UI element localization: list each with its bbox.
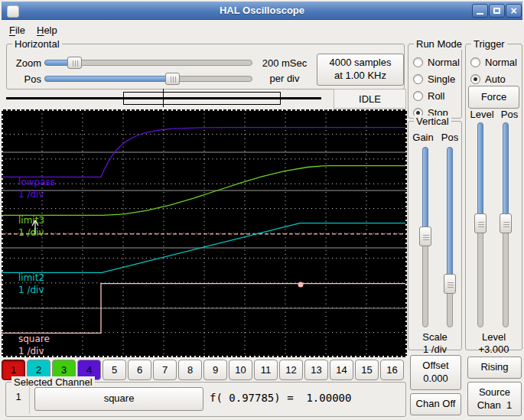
close-button[interactable]: × xyxy=(506,4,522,18)
trigger-level-slider[interactable] xyxy=(474,122,487,327)
trigger-source-button[interactable]: Source Chan 1 xyxy=(467,382,522,416)
run-mode-single-radio[interactable]: Single xyxy=(413,73,455,85)
menubar: File Help xyxy=(2,20,522,38)
channel-button-6[interactable]: 6 xyxy=(128,360,151,380)
radio-icon xyxy=(470,57,480,67)
radio-icon xyxy=(413,57,423,67)
trigger-pos-handle[interactable] xyxy=(500,213,512,233)
pos-slider-label: Pos xyxy=(14,73,41,85)
samples-button[interactable]: 4000 samples at 1.00 KHz xyxy=(317,54,404,86)
vertical-pos-slider-label: Pos xyxy=(438,132,461,143)
radio-icon xyxy=(413,74,423,84)
scope-display[interactable]: lowpass1 /divlimit31 /divlimit21 /divsqu… xyxy=(2,109,407,357)
timebase-per-div: 200 mSec xyxy=(255,56,314,71)
run-mode-roll-radio[interactable]: Roll xyxy=(413,90,444,102)
selected-channel-separator xyxy=(29,386,30,414)
trigger-level-fill xyxy=(477,122,483,223)
svg-text:1 /div: 1 /div xyxy=(18,346,44,357)
svg-text:1 /div: 1 /div xyxy=(18,285,44,295)
trigger-level-column-label: Level xyxy=(467,109,497,120)
run-mode-normal-radio[interactable]: Normal xyxy=(413,56,460,68)
channel-button-12[interactable]: 12 xyxy=(279,360,303,380)
channel-button-5[interactable]: 5 xyxy=(103,360,126,380)
radio-label: Normal xyxy=(485,57,517,68)
svg-text:square: square xyxy=(18,334,50,344)
scale-value: 1 /div xyxy=(408,343,462,355)
scope-canvas[interactable]: lowpass1 /divlimit31 /divlimit21 /divsqu… xyxy=(2,109,407,357)
channel-button-16[interactable]: 16 xyxy=(380,360,404,380)
channel-button-8[interactable]: 8 xyxy=(178,360,202,380)
trigger-level-handle[interactable] xyxy=(474,213,487,233)
force-button[interactable]: Force xyxy=(468,86,519,109)
samples-line2: at 1.00 KHz xyxy=(334,70,386,83)
trigger-source-line2: Chan 1 xyxy=(477,399,513,412)
selected-channel-name: square xyxy=(104,392,135,405)
timebase-readout: 200 mSec per div xyxy=(255,56,314,86)
trigger-source-line1: Source xyxy=(479,386,510,399)
menu-help[interactable]: Help xyxy=(32,23,62,37)
offset-button-line2: 0.000 xyxy=(423,373,448,386)
trigger-pos-slider[interactable] xyxy=(500,122,512,327)
trigger-pos-fill xyxy=(503,122,509,223)
gain-slider-handle[interactable] xyxy=(419,226,431,246)
selected-channel-name-button[interactable]: square xyxy=(34,387,203,411)
timebase-per-div-caption: per div xyxy=(255,71,314,86)
horizontal-frame-label: Horizontal xyxy=(12,38,62,50)
trigger-level-value: +3.000 xyxy=(465,343,522,355)
channel-button-13[interactable]: 13 xyxy=(304,360,328,380)
menu-file[interactable]: File xyxy=(5,23,30,37)
close-icon: × xyxy=(510,5,516,16)
pos-slider-handle[interactable] xyxy=(165,73,180,85)
samples-line1: 4000 samples xyxy=(330,57,392,70)
horizontal-pos-slider[interactable] xyxy=(44,73,252,85)
trigger-normal-radio[interactable]: Normal xyxy=(470,56,517,68)
window-title: HAL Oscilloscope xyxy=(2,5,522,16)
scale-caption: Scale xyxy=(408,331,462,343)
minimize-button[interactable] xyxy=(472,4,488,18)
run-mode-frame-label: Run Mode xyxy=(414,38,464,50)
trigger-level-caption: Level xyxy=(465,331,522,343)
minimize-icon xyxy=(477,13,483,15)
svg-text:1 /div: 1 /div xyxy=(18,189,44,200)
channel-button-15[interactable]: 15 xyxy=(355,360,379,380)
trigger-pos-column-label: Pos xyxy=(499,109,520,120)
maximize-button[interactable] xyxy=(489,4,505,18)
vertical-gain-slider[interactable] xyxy=(419,147,431,327)
horizontal-zoom-slider[interactable] xyxy=(44,57,252,69)
trigger-edge-label: Rising xyxy=(480,361,508,374)
chan-off-label: Chan Off xyxy=(416,398,456,411)
vertical-pos-slider-fill xyxy=(447,147,453,284)
channel-button-9[interactable]: 9 xyxy=(203,360,227,380)
chan-off-button[interactable]: Chan Off xyxy=(410,393,461,415)
svg-text:1 /div: 1 /div xyxy=(18,227,44,238)
gain-slider-label: Gain xyxy=(410,132,436,143)
app-window: HAL Oscilloscope × File Help Horizontal … xyxy=(0,0,524,420)
radio-label: Normal xyxy=(428,57,460,68)
vertical-pos-slider[interactable] xyxy=(444,147,456,327)
zoom-slider-label: Zoom xyxy=(14,57,41,69)
zoom-slider-handle[interactable] xyxy=(67,57,82,69)
trigger-frame-label: Trigger xyxy=(471,38,507,50)
svg-text:limit3: limit3 xyxy=(18,215,44,226)
acquisition-status: IDLE xyxy=(334,89,406,109)
record-trigger-marker xyxy=(163,89,164,107)
titlebar[interactable]: HAL Oscilloscope × xyxy=(2,2,522,20)
vertical-pos-slider-handle[interactable] xyxy=(444,274,456,294)
channel-button-7[interactable]: 7 xyxy=(153,360,177,380)
channel-button-10[interactable]: 10 xyxy=(229,360,252,380)
record-window-box[interactable] xyxy=(123,92,281,105)
trigger-edge-button[interactable]: Rising xyxy=(467,357,522,379)
offset-button[interactable]: Offset 0.000 xyxy=(410,355,461,390)
sample-value-readout: f( 0.97785) = 1.00000 xyxy=(210,392,351,404)
channel-button-14[interactable]: 14 xyxy=(330,360,353,380)
maximize-icon xyxy=(493,8,500,14)
trigger-auto-radio[interactable]: Auto xyxy=(470,73,506,85)
acquisition-status-text: IDLE xyxy=(359,93,381,105)
vertical-frame-label: Vertical xyxy=(414,116,451,127)
radio-icon xyxy=(470,74,480,84)
force-button-label: Force xyxy=(481,91,506,104)
svg-text:limit2: limit2 xyxy=(18,272,44,283)
offset-button-line1: Offset xyxy=(422,360,448,373)
channel-button-11[interactable]: 11 xyxy=(254,360,278,380)
svg-text:lowpass: lowpass xyxy=(18,177,55,187)
